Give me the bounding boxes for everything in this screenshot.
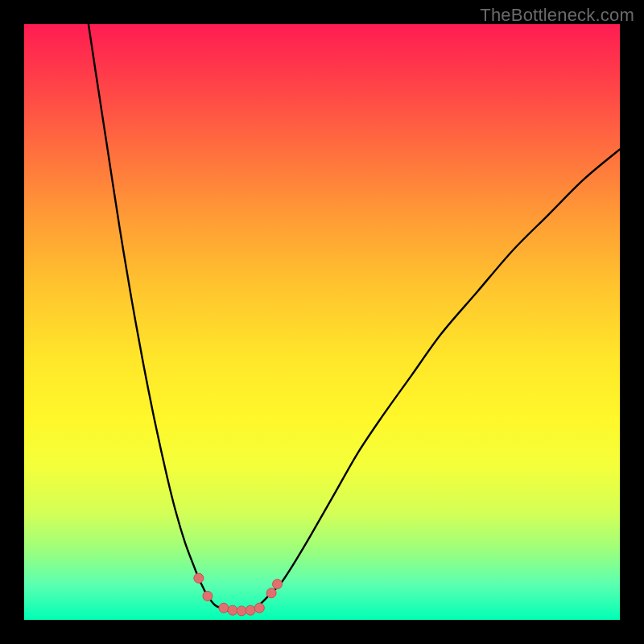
curve-marker (219, 603, 229, 613)
curve-marker (246, 605, 255, 615)
curve-marker (266, 588, 276, 598)
chart-frame: TheBottleneck.com (0, 0, 644, 644)
curve-marker (237, 606, 246, 616)
curve-svg (24, 24, 620, 620)
curve-marker (228, 605, 237, 615)
curve-marker (254, 603, 264, 613)
curve-marker (273, 580, 283, 589)
bottleneck-curve (89, 24, 620, 611)
curve-marker (203, 591, 213, 601)
plot-area (24, 24, 620, 620)
curve-marker (194, 573, 204, 583)
curve-markers (194, 573, 283, 616)
watermark-text: TheBottleneck.com (480, 5, 634, 26)
